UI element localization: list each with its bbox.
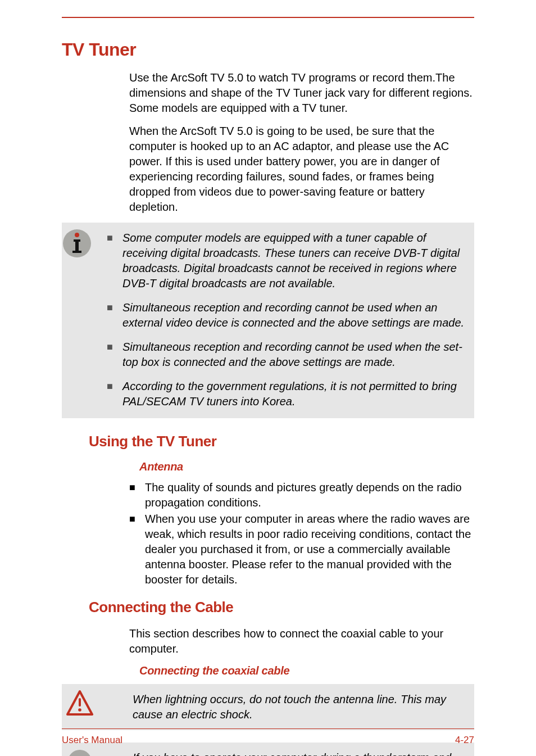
warning-text-2: If you have to operate your computer dur… [133,750,465,756]
top-rule [62,17,474,18]
info-icon [62,228,92,259]
note-item: ■ Simultaneous reception and recording c… [107,339,465,370]
page-title: TV Tuner [62,39,474,60]
footer-left-text: User's Manual [62,735,122,746]
svg-point-7 [78,708,81,712]
bullet-icon: ■ [107,300,122,315]
antenna-heading: Antenna [139,460,474,473]
note-item-text: Some computer models are equipped with a… [122,230,465,291]
info-note-box: ■ Some computer models are equipped with… [62,223,474,418]
info-note-content: ■ Some computer models are equipped with… [107,230,465,409]
bullet-icon: ■ [129,511,145,526]
intro-block: Use the ArcSoft TV 5.0 to watch TV progr… [129,70,474,215]
intro-paragraph-1: Use the ArcSoft TV 5.0 to watch TV progr… [129,70,474,116]
footer-page-number: 4-27 [455,735,474,746]
connecting-cable-heading: Connecting the Cable [89,599,474,616]
page-footer: User's Manual 4-27 [62,728,474,746]
warning-icon [66,690,93,717]
warning-box-1: When lightning occurs, do not touch the … [62,684,474,730]
note-item: ■ Some computer models are equipped with… [107,230,465,291]
footer-rule [62,728,474,729]
note-item: ■ Simultaneous reception and recording c… [107,300,465,331]
connecting-coaxial-heading: Connecting the coaxial cable [139,664,474,677]
note-item: ■ According to the government regulation… [107,379,465,409]
note-item-text: Simultaneous reception and recording can… [122,339,465,370]
svg-point-8 [68,750,92,756]
svg-rect-3 [75,239,79,252]
no-entry-icon [66,748,93,756]
warning-text-1: When lightning occurs, do not touch the … [133,692,465,722]
antenna-item: ■ When you use your computer in areas wh… [129,511,474,587]
note-item-text: Simultaneous reception and recording can… [122,300,465,331]
antenna-item: ■ The quality of sounds and pictures gre… [129,480,474,510]
svg-point-1 [75,233,79,237]
using-tv-tuner-heading: Using the TV Tuner [89,433,474,450]
bullet-icon: ■ [107,230,122,245]
antenna-item-text: When you use your computer in areas wher… [145,511,474,587]
bullet-icon: ■ [107,339,122,354]
connect-intro: This section describes how to connect th… [129,626,474,657]
svg-rect-4 [72,251,81,253]
intro-paragraph-2: When the ArcSoft TV 5.0 is going to be u… [129,124,474,215]
note-item-text: According to the government regulations,… [122,379,465,409]
antenna-item-text: The quality of sounds and pictures great… [145,480,474,510]
footer-row: User's Manual 4-27 [62,735,474,746]
bullet-icon: ■ [129,480,145,495]
page-container: TV Tuner Use the ArcSoft TV 5.0 to watch… [0,17,536,756]
svg-rect-6 [79,698,81,707]
bullet-icon: ■ [107,379,122,393]
